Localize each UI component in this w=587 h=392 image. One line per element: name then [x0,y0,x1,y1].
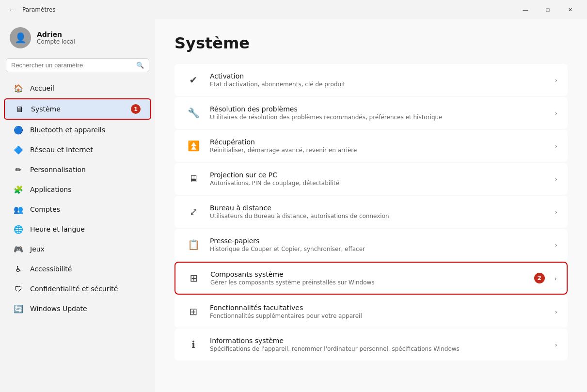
setting-icon-bureau-distance: ⤢ [185,203,202,220]
titlebar-left: ← Paramètres [6,4,55,16]
setting-text-informations: Informations systèmeSpécifications de l'… [210,337,550,352]
titlebar-title: Paramètres [22,6,55,13]
setting-item-resolution-problemes[interactable]: 🔧Résolution des problèmesUtilitaires de … [175,97,568,129]
window: ← Paramètres — □ ✕ 👤 Adrien Compte local [0,0,587,392]
nav-icon-comptes: 👥 [14,204,23,214]
nav-icon-confidentialite: 🛡 [14,284,23,294]
setting-desc-activation: Etat d'activation, abonnements, clé de p… [210,81,550,88]
setting-icon-projection: 🖥 [185,170,202,188]
close-button[interactable]: ✕ [559,2,581,17]
nav-badge-systeme: 1 [131,104,141,114]
nav-icon-jeux: 🎮 [14,244,23,254]
search-icon: 🔍 [136,62,144,69]
nav-label-jeux: Jeux [30,245,45,253]
setting-icon-composants: ⊞ [185,269,203,287]
setting-chevron-fonctionnalites: › [555,308,557,315]
nav-label-heure: Heure et langue [30,225,85,233]
setting-item-composants[interactable]: ⊞Composants systèmeGérer les composants … [175,262,568,295]
sidebar-item-applications[interactable]: 🧩Applications [4,180,151,199]
setting-icon-informations: ℹ [185,336,202,353]
nav-icon-accueil: 🏠 [14,83,23,93]
setting-desc-bureau-distance: Utilisateurs du Bureau à distance, autor… [210,213,550,220]
setting-desc-projection: Autorisations, PIN de couplage, détectab… [210,180,550,187]
setting-item-presse-papiers[interactable]: 📋Presse-papiersHistorique de Couper et C… [175,229,568,261]
setting-item-projection[interactable]: 🖥Projection sur ce PCAutorisations, PIN … [175,163,568,195]
nav-label-accueil: Accueil [30,84,54,92]
setting-desc-resolution-problemes: Utilitaires de résolution des problèmes … [210,114,550,121]
sidebar-item-reseau[interactable]: 🔷Réseau et Internet [4,140,151,159]
setting-title-recuperation: Récupération [210,138,550,146]
setting-desc-informations: Spécifications de l'appareil, renommer l… [210,345,550,352]
nav-icon-windows-update: 🔄 [14,304,23,314]
back-button[interactable]: ← [6,4,18,16]
setting-chevron-recuperation: › [555,142,557,150]
minimize-button[interactable]: — [514,2,537,17]
search-input[interactable] [11,62,132,69]
setting-chevron-composants: › [555,275,557,282]
page-title: Système [175,34,568,52]
setting-item-bureau-distance[interactable]: ⤢Bureau à distanceUtilisateurs du Bureau… [175,196,568,228]
user-name: Adrien [37,31,75,38]
nav-label-applications: Applications [30,186,72,193]
sidebar-item-personnalisation[interactable]: ✏️Personnalisation [4,160,151,179]
sidebar-item-systeme[interactable]: 🖥Système1 [4,98,151,120]
setting-item-recuperation[interactable]: ⏫RécupérationRéinitialiser, démarrage av… [175,130,568,162]
setting-chevron-presse-papiers: › [555,241,557,249]
setting-badge-composants: 2 [534,273,545,283]
search-box[interactable]: 🔍 [6,58,149,72]
sidebar-nav: 🏠Accueil🖥Système1🔵Bluetooth et appareils… [0,78,155,319]
setting-icon-resolution-problemes: 🔧 [185,104,202,122]
nav-label-bluetooth: Bluetooth et appareils [30,126,105,134]
nav-label-systeme: Système [31,105,61,113]
main-content: 👤 Adrien Compte local 🔍 🏠Accueil🖥Système… [0,19,587,392]
nav-icon-bluetooth: 🔵 [14,125,23,135]
user-section: 👤 Adrien Compte local [0,19,155,58]
setting-icon-recuperation: ⏫ [185,137,202,155]
setting-item-activation[interactable]: ✔ActivationEtat d'activation, abonnement… [175,64,568,96]
nav-label-comptes: Comptes [30,205,60,213]
setting-text-fonctionnalites: Fonctionnalités facultativesFonctionnali… [210,304,550,319]
setting-text-composants: Composants systèmeGérer les composants s… [210,270,534,286]
nav-label-accessibilite: Accessibilité [30,265,72,273]
titlebar: ← Paramètres — □ ✕ [0,0,587,19]
sidebar-item-accueil[interactable]: 🏠Accueil [4,78,151,98]
setting-item-informations[interactable]: ℹInformations systèmeSpécifications de l… [175,329,568,361]
setting-chevron-bureau-distance: › [555,208,557,216]
sidebar-item-comptes[interactable]: 👥Comptes [4,200,151,219]
maximize-button[interactable]: □ [537,2,559,17]
setting-desc-recuperation: Réinitialiser, démarrage avancé, revenir… [210,147,550,154]
avatar: 👤 [10,27,31,48]
setting-title-composants: Composants système [210,270,534,278]
setting-title-presse-papiers: Presse-papiers [210,237,550,245]
sidebar: 👤 Adrien Compte local 🔍 🏠Accueil🖥Système… [0,19,155,392]
setting-title-fonctionnalites: Fonctionnalités facultatives [210,304,550,312]
content-area: Système ✔ActivationEtat d'activation, ab… [155,19,587,392]
settings-list: ✔ActivationEtat d'activation, abonnement… [175,64,568,361]
setting-desc-fonctionnalites: Fonctionnalités supplémentaires pour vot… [210,313,550,319]
setting-chevron-activation: › [555,77,557,84]
setting-text-bureau-distance: Bureau à distanceUtilisateurs du Bureau … [210,204,550,220]
avatar-icon: 👤 [15,32,27,44]
setting-text-projection: Projection sur ce PCAutorisations, PIN d… [210,171,550,187]
setting-icon-fonctionnalites: ⊞ [185,303,202,320]
setting-icon-presse-papiers: 📋 [185,236,202,253]
nav-label-personnalisation: Personnalisation [30,166,86,173]
nav-icon-heure: 🌐 [14,224,23,234]
setting-chevron-resolution-problemes: › [555,110,557,117]
sidebar-item-windows-update[interactable]: 🔄Windows Update [4,299,151,318]
sidebar-item-bluetooth[interactable]: 🔵Bluetooth et appareils [4,120,151,140]
sidebar-item-heure[interactable]: 🌐Heure et langue [4,220,151,239]
nav-label-windows-update: Windows Update [30,305,87,313]
sidebar-item-jeux[interactable]: 🎮Jeux [4,239,151,259]
nav-label-reseau: Réseau et Internet [30,146,93,154]
setting-title-projection: Projection sur ce PC [210,171,550,179]
setting-title-activation: Activation [210,72,550,80]
setting-chevron-informations: › [555,341,557,348]
setting-item-fonctionnalites[interactable]: ⊞Fonctionnalités facultativesFonctionnal… [175,296,568,328]
setting-text-activation: ActivationEtat d'activation, abonnements… [210,72,550,88]
titlebar-controls: — □ ✕ [514,2,581,17]
setting-title-bureau-distance: Bureau à distance [210,204,550,212]
sidebar-item-accessibilite[interactable]: ♿Accessibilité [4,259,151,279]
setting-text-recuperation: RécupérationRéinitialiser, démarrage ava… [210,138,550,154]
sidebar-item-confidentialite[interactable]: 🛡Confidentialité et sécurité [4,279,151,298]
